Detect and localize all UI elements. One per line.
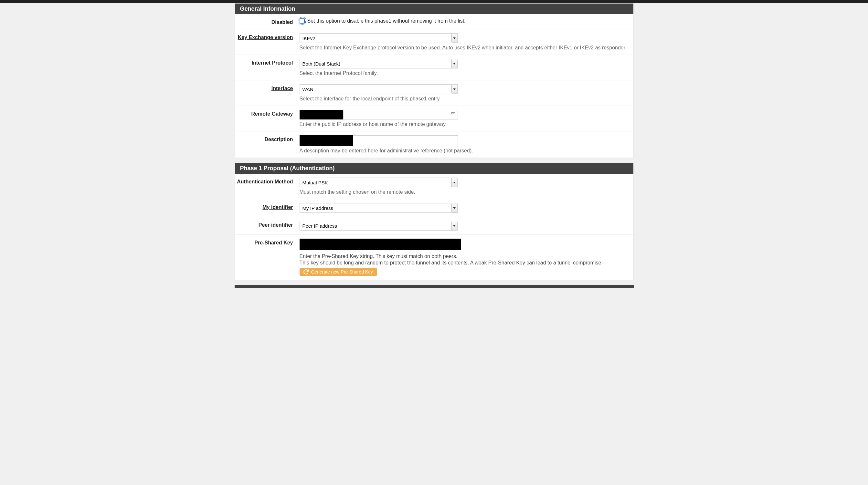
select-auth-method[interactable] — [300, 177, 458, 187]
row-peer-identifier: Peer identifier — [235, 217, 633, 235]
panel-header-general: General Information — [235, 4, 633, 14]
label-auth-method: Authentication Method — [235, 177, 300, 195]
row-description: Description A description may be entered… — [235, 131, 633, 158]
row-disabled: Disabled Set this option to disable this… — [235, 14, 633, 29]
row-my-identifier: My identifier — [235, 199, 633, 217]
label-my-identifier: My identifier — [235, 203, 300, 213]
bottom-bar — [235, 285, 634, 288]
help-auth-method: Must match the setting chosen on the rem… — [300, 189, 628, 195]
help-description: A description may be entered here for ad… — [300, 148, 628, 154]
generate-psk-label: Generate new Pre-Shared Key — [311, 269, 373, 274]
redacted-psk-value — [300, 238, 461, 250]
select-key-exchange[interactable] — [300, 33, 458, 43]
checkbox-disabled[interactable] — [300, 19, 305, 24]
input-description[interactable] — [353, 135, 458, 145]
label-disabled: Disabled — [235, 18, 300, 25]
top-bar — [0, 0, 868, 3]
select-interface[interactable] — [300, 84, 458, 94]
label-remote-gateway: Remote Gateway — [235, 110, 300, 127]
row-interface: Interface Select the interface for the l… — [235, 80, 633, 106]
label-interface: Interface — [235, 84, 300, 102]
refresh-icon — [304, 269, 309, 274]
help-psk-2: This key should be long and random to pr… — [300, 260, 628, 266]
panel-general: General Information Disabled Set this op… — [235, 3, 634, 158]
generate-psk-button[interactable]: Generate new Pre-Shared Key — [300, 268, 377, 276]
select-my-identifier[interactable] — [300, 203, 458, 213]
help-interface: Select the interface for the local endpo… — [300, 96, 628, 102]
redacted-description-value — [300, 135, 353, 146]
redacted-gateway-value — [300, 110, 343, 120]
row-psk: Pre-Shared Key Enter the Pre-Shared Key … — [235, 235, 633, 280]
help-key-exchange: Select the Internet Key Exchange protoco… — [300, 45, 628, 51]
row-internet-protocol: Internet Protocol Select the Internet Pr… — [235, 55, 633, 80]
help-psk-1: Enter the Pre-Shared Key string. This ke… — [300, 254, 628, 259]
label-description: Description — [235, 135, 300, 154]
panel-header-phase1: Phase 1 Proposal (Authentication) — [235, 163, 633, 174]
row-auth-method: Authentication Method Must match the set… — [235, 174, 633, 199]
row-key-exchange: Key Exchange version Select the Internet… — [235, 29, 633, 55]
input-remote-gateway[interactable] — [343, 110, 458, 120]
label-psk: Pre-Shared Key — [235, 238, 300, 276]
label-internet-protocol: Internet Protocol — [235, 59, 300, 76]
help-remote-gateway: Enter the public IP address or host name… — [300, 121, 628, 127]
desc-disabled: Set this option to disable this phase1 w… — [307, 18, 466, 24]
select-internet-protocol[interactable] — [300, 59, 458, 68]
label-peer-identifier: Peer identifier — [235, 221, 300, 231]
select-peer-identifier[interactable] — [300, 221, 458, 231]
label-key-exchange: Key Exchange version — [235, 33, 300, 51]
help-internet-protocol: Select the Internet Protocol family. — [300, 70, 628, 76]
row-remote-gateway: Remote Gateway Enter the public IP addre… — [235, 106, 633, 131]
panel-phase1: Phase 1 Proposal (Authentication) Authen… — [235, 163, 634, 280]
